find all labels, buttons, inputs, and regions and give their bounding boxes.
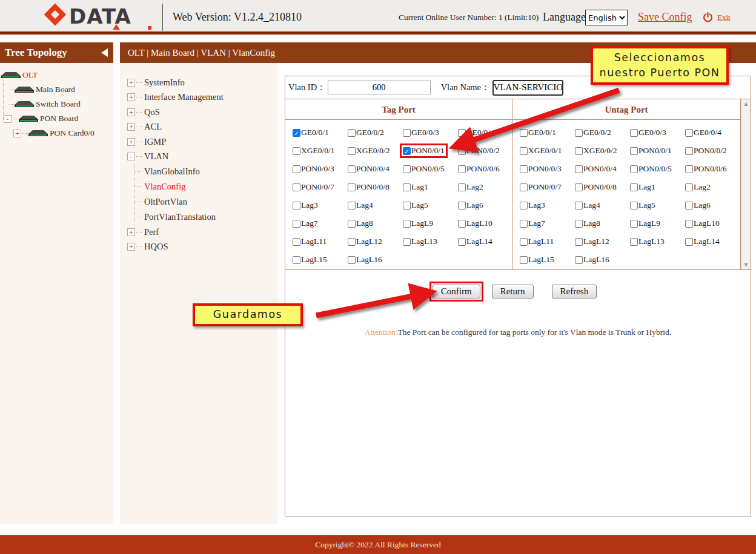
tag-checkbox-pon0-0-2[interactable] [458, 147, 466, 155]
menu-item-igmp[interactable]: +IGMP [120, 134, 277, 150]
tag-checkbox-lag4[interactable] [348, 202, 356, 209]
tag-checkbox-ge0-0-3[interactable] [403, 129, 411, 137]
menu-item-interface-management[interactable]: +Interface Management [120, 90, 277, 105]
return-button[interactable]: Return [492, 285, 534, 298]
untag-checkbox-ge0-0-2[interactable] [575, 129, 583, 137]
untag-checkbox-lag7[interactable] [520, 220, 528, 228]
expand-menu-icon[interactable]: + [127, 138, 135, 146]
untag-checkbox-lagl12[interactable] [575, 238, 583, 246]
tag-checkbox-lagl15[interactable] [293, 256, 300, 264]
menu-item-vlan[interactable]: -VLAN [120, 150, 277, 165]
untag-checkbox-xge0-0-1[interactable] [520, 147, 528, 155]
untag-checkbox-pon0-0-4[interactable] [575, 165, 583, 173]
untag-checkbox-lag5[interactable] [630, 202, 638, 209]
save-config-link[interactable]: Save Config [638, 0, 692, 35]
tree-node-olt[interactable]: OLT [0, 68, 113, 82]
untag-checkbox-pon0-0-5[interactable] [630, 165, 638, 173]
menu-item-qos[interactable]: +QoS [120, 105, 277, 120]
tag-checkbox-pon0-0-5[interactable] [403, 165, 411, 173]
collapse-menu-icon[interactable]: - [127, 153, 135, 160]
submenu-item-vlanglobalinfo[interactable]: VlanGlobalInfo [135, 164, 277, 179]
confirm-button[interactable]: Confirm [433, 285, 480, 298]
expand-node-icon[interactable]: + [13, 130, 21, 137]
expand-menu-icon[interactable]: + [127, 228, 135, 236]
power-icon[interactable] [703, 12, 713, 22]
tag-checkbox-lagl10[interactable] [458, 220, 466, 228]
tag-checkbox-pon0-0-4[interactable] [348, 165, 356, 173]
tag-checkbox-pon0-0-7[interactable] [293, 183, 300, 191]
untag-checkbox-lagl11[interactable] [520, 238, 528, 246]
vlan-name-input[interactable] [492, 80, 563, 96]
tree-node-main-board[interactable]: Main Board [0, 82, 113, 97]
tag-checkbox-ge0-0-2[interactable] [348, 129, 356, 137]
untag-checkbox-pon0-0-3[interactable] [520, 165, 528, 173]
untag-checkbox-ge0-0-3[interactable] [630, 129, 638, 137]
untag-checkbox-lagl15[interactable] [520, 256, 528, 264]
untag-checkbox-ge0-0-1[interactable] [520, 129, 528, 137]
untag-checkbox-lagl14[interactable] [685, 238, 693, 246]
untag-checkbox-xge0-0-2[interactable] [575, 147, 583, 155]
untag-checkbox-pon0-0-8[interactable] [575, 183, 583, 191]
tag-checkbox-lag2[interactable] [458, 183, 466, 191]
menu-item-hqos[interactable]: +HQOS [120, 240, 277, 255]
tag-checkbox-lag6[interactable] [458, 202, 466, 209]
scrollbar[interactable]: ▲ ▼ [741, 99, 751, 269]
exit-link[interactable]: Exit [717, 0, 731, 35]
menu-item-systeminfo[interactable]: +SystemInfo [120, 75, 277, 90]
language-select[interactable]: English [585, 10, 628, 25]
tree-node-pon-board[interactable]: -PON Board [0, 111, 113, 126]
untag-checkbox-pon0-0-1[interactable] [630, 147, 638, 155]
untag-checkbox-pon0-0-6[interactable] [685, 165, 693, 173]
tag-checkbox-lagl12[interactable] [348, 238, 356, 246]
untag-checkbox-lag3[interactable] [520, 202, 528, 209]
untag-checkbox-pon0-0-2[interactable] [685, 147, 693, 155]
untag-checkbox-lag8[interactable] [575, 220, 583, 228]
tree-node-pon-card0-0[interactable]: +PON Card0/0 [0, 126, 113, 140]
tag-checkbox-lagl11[interactable] [293, 238, 300, 246]
refresh-button[interactable]: Refresh [552, 285, 597, 298]
scroll-up-icon[interactable]: ▲ [741, 101, 751, 107]
tag-checkbox-pon0-0-8[interactable] [348, 183, 356, 191]
tag-checkbox-lagl9[interactable] [403, 220, 411, 228]
tag-checkbox-lag7[interactable] [293, 220, 300, 228]
tag-checkbox-ge0-0-1[interactable]: ✓ [293, 129, 300, 137]
untag-checkbox-lag1[interactable] [630, 183, 638, 191]
tag-checkbox-lagl14[interactable] [458, 238, 466, 246]
untag-checkbox-lagl10[interactable] [685, 220, 693, 228]
tree-node-switch-board[interactable]: Switch Board [0, 97, 113, 111]
untag-checkbox-lag6[interactable] [685, 202, 693, 209]
untag-checkbox-lagl16[interactable] [575, 256, 583, 264]
tag-checkbox-lagl13[interactable] [403, 238, 411, 246]
tag-checkbox-xge0-0-2[interactable] [348, 147, 356, 155]
expand-menu-icon[interactable]: + [127, 108, 135, 116]
untag-checkbox-lag2[interactable] [685, 183, 693, 191]
expand-menu-icon[interactable]: + [127, 93, 135, 101]
vlan-id-input[interactable] [328, 81, 431, 94]
submenu-item-oltportvlan[interactable]: OltPortVlan [135, 194, 277, 209]
tag-checkbox-ge0-0-4[interactable] [458, 129, 466, 137]
expand-menu-icon[interactable]: + [127, 79, 135, 87]
collapse-sidebar-icon[interactable] [101, 48, 108, 57]
expand-menu-icon[interactable]: + [127, 123, 135, 131]
scroll-down-icon[interactable]: ▼ [741, 262, 751, 268]
tag-checkbox-lag3[interactable] [293, 202, 300, 209]
tag-checkbox-lag8[interactable] [348, 220, 356, 228]
untag-checkbox-lagl13[interactable] [630, 238, 638, 246]
untag-checkbox-pon0-0-7[interactable] [520, 183, 528, 191]
menu-item-perf[interactable]: +Perf [120, 225, 277, 240]
tag-checkbox-pon0-0-3[interactable] [293, 165, 300, 173]
submenu-item-portvlantranslation[interactable]: PortVlanTranslation [135, 209, 277, 225]
collapse-node-icon[interactable]: - [4, 115, 12, 123]
submenu-item-vlanconfig[interactable]: VlanConfig [135, 179, 277, 194]
untag-checkbox-lag4[interactable] [575, 202, 583, 209]
untag-checkbox-ge0-0-4[interactable] [685, 129, 693, 137]
tag-checkbox-lagl16[interactable] [348, 256, 356, 264]
tag-checkbox-pon0-0-6[interactable] [458, 165, 466, 173]
expand-menu-icon[interactable]: + [127, 243, 135, 251]
tag-checkbox-pon0-0-1[interactable]: ✓ [403, 147, 411, 155]
untag-checkbox-lagl9[interactable] [630, 220, 638, 228]
tag-checkbox-lag5[interactable] [403, 202, 411, 209]
menu-item-acl[interactable]: +ACL [120, 120, 277, 135]
tag-checkbox-lag1[interactable] [403, 183, 411, 191]
tag-checkbox-xge0-0-1[interactable] [293, 147, 300, 155]
